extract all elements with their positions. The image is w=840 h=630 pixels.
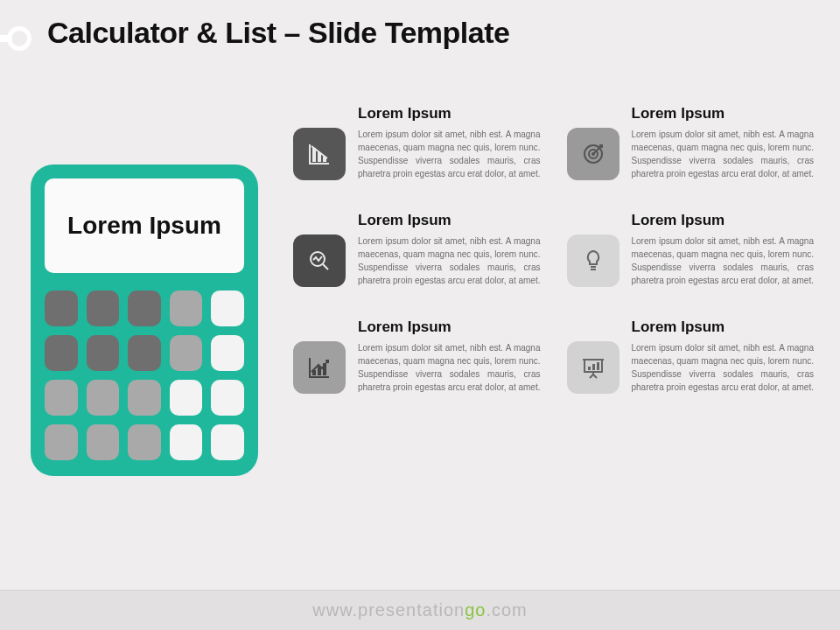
list-item-body: Lorem ipsum dolor sit amet, nibh est. A … bbox=[632, 128, 815, 180]
target-icon bbox=[567, 128, 620, 180]
svg-rect-9 bbox=[323, 363, 326, 375]
list-item: Lorem Ipsum Lorem ipsum dolor sit amet, … bbox=[293, 212, 541, 287]
list-item: Lorem Ipsum Lorem ipsum dolor sit amet, … bbox=[293, 318, 541, 394]
search-analytics-icon bbox=[293, 234, 346, 287]
calculator-keys bbox=[45, 290, 244, 460]
list-item-title: Lorem Ipsum bbox=[358, 318, 541, 336]
lightbulb-icon bbox=[567, 234, 620, 287]
svg-rect-13 bbox=[597, 362, 599, 370]
list-item-body: Lorem ipsum dolor sit amet, nibh est. A … bbox=[358, 341, 541, 394]
list-item-body: Lorem ipsum dolor sit amet, nibh est. A … bbox=[358, 234, 541, 287]
growth-chart-icon bbox=[293, 341, 346, 394]
page-title: Calculator & List – Slide Template bbox=[47, 16, 509, 50]
list-item-body: Lorem ipsum dolor sit amet, nibh est. A … bbox=[358, 128, 541, 180]
declining-chart-icon bbox=[293, 128, 346, 180]
list-item-body: Lorem ipsum dolor sit amet, nibh est. A … bbox=[632, 341, 815, 394]
svg-rect-7 bbox=[312, 370, 316, 375]
calculator-graphic: Lorem Ipsum bbox=[31, 164, 258, 476]
list-item-title: Lorem Ipsum bbox=[358, 212, 541, 229]
list-item-body: Lorem ipsum dolor sit amet, nibh est. A … bbox=[632, 234, 815, 287]
list-item: Lorem Ipsum Lorem ipsum dolor sit amet, … bbox=[293, 105, 541, 180]
list-item-title: Lorem Ipsum bbox=[632, 212, 815, 229]
presentation-icon bbox=[567, 341, 620, 394]
feature-list: Lorem Ipsum Lorem ipsum dolor sit amet, … bbox=[293, 105, 814, 394]
footer: www.presentationgo.com bbox=[0, 590, 840, 630]
svg-rect-11 bbox=[588, 367, 591, 370]
footer-url: www.presentationgo.com bbox=[312, 600, 527, 620]
list-item-title: Lorem Ipsum bbox=[632, 318, 815, 336]
list-item: Lorem Ipsum Lorem ipsum dolor sit amet, … bbox=[567, 318, 815, 394]
svg-rect-12 bbox=[592, 364, 595, 370]
svg-rect-8 bbox=[318, 367, 321, 375]
list-item: Lorem Ipsum Lorem ipsum dolor sit amet, … bbox=[567, 212, 815, 287]
list-item: Lorem Ipsum Lorem ipsum dolor sit amet, … bbox=[567, 105, 815, 180]
title-bullet-icon bbox=[0, 19, 35, 58]
list-item-title: Lorem Ipsum bbox=[632, 105, 815, 122]
list-item-title: Lorem Ipsum bbox=[358, 105, 541, 122]
calculator-screen: Lorem Ipsum bbox=[45, 178, 244, 273]
